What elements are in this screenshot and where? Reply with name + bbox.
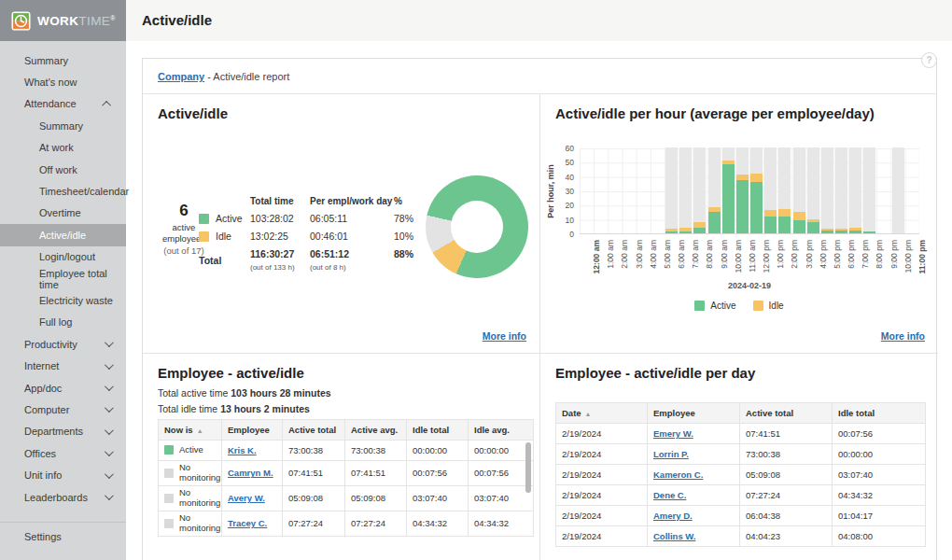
sidebar-item-label: Internet — [24, 360, 59, 371]
x-tick-label: 9:00 am — [720, 240, 729, 283]
chevron-down-icon — [105, 491, 114, 500]
sidebar-item-unit-info[interactable]: Unit info — [0, 464, 126, 485]
status-swatch — [164, 445, 174, 455]
sidebar-item-summary[interactable]: Summary — [0, 49, 126, 71]
col-active-total[interactable]: Active total — [740, 403, 833, 424]
employee-table-body: ActiveKris K.73:00:3873:00:3800:00:0000:… — [159, 441, 534, 537]
table-row: No monitoringAvery W.05:09:0805:09:0803:… — [159, 485, 534, 511]
active-bar — [665, 231, 678, 233]
help-icon[interactable]: ? — [921, 52, 937, 68]
sidebar-item-departments[interactable]: Departments — [0, 421, 126, 442]
sidebar-item-productivity[interactable]: Productivity — [0, 333, 126, 355]
sidebar-item-summary[interactable]: Summary — [0, 115, 126, 136]
table-row: 2/19/2024Kameron C.05:09:0803:07:40 — [556, 465, 926, 485]
x-tick-label: 10:00 pm — [903, 240, 913, 283]
employee-link[interactable]: Dene C. — [653, 490, 686, 500]
y-tick-label: 40 — [546, 173, 574, 182]
chart-legend: Active Idle — [540, 301, 938, 311]
sidebar-item-login-logout[interactable]: Login/logout — [0, 246, 126, 268]
y-tick-label: 30 — [546, 187, 574, 196]
sidebar-item-active-idle[interactable]: Active/idle — [0, 224, 126, 245]
col-idle-avg[interactable]: Idle avg. — [469, 420, 534, 441]
active-bar — [693, 228, 706, 233]
per-day-title: Employee - active/idle per day — [555, 365, 755, 381]
sidebar-item-what-s-now[interactable]: What's now — [0, 71, 126, 92]
sidebar-item-full-log[interactable]: Full log — [0, 312, 126, 333]
work-hour-highlight — [835, 147, 847, 233]
sidebar-item-overtime[interactable]: Overtime — [0, 203, 126, 224]
total-active-line: Total active time 103 hours 28 minutes — [158, 387, 331, 399]
employee-link[interactable]: Camryn M. — [228, 468, 273, 478]
per-day-table-body: 2/19/2024Emery W.07:41:5100:07:562/19/20… — [556, 424, 926, 547]
work-hour-highlight — [863, 147, 875, 233]
sidebar-item-label: Summary — [24, 55, 68, 66]
employee-link[interactable]: Amery D. — [653, 511, 693, 521]
sidebar-item-label: Full log — [39, 316, 72, 328]
legend-idle-swatch — [753, 301, 763, 311]
x-tick-label: 12:00 pm — [762, 240, 771, 283]
sidebar-item-label: Overtime — [39, 207, 81, 218]
settings-label: Settings — [24, 531, 62, 542]
idle-bar — [821, 229, 833, 231]
sidebar-item-label: At work — [39, 142, 74, 153]
x-tick-label: 10:00 am — [734, 240, 743, 283]
col-employee[interactable]: Employee — [648, 403, 740, 424]
more-info-link[interactable]: More info — [881, 330, 925, 342]
company-link[interactable]: Company — [158, 71, 204, 82]
x-tick-label: 3:00 am — [635, 240, 644, 283]
table-row: No monitoringCamryn M.07:41:5107:41:5100… — [159, 461, 534, 486]
x-tick-label: 5:00 am — [663, 240, 672, 283]
sidebar-item-at-work[interactable]: At work — [0, 137, 126, 159]
x-tick-label: 8:00 pm — [875, 240, 884, 283]
employee-link[interactable]: Lorrin P. — [653, 449, 689, 459]
sidebar-item-label: Productivity — [24, 339, 77, 350]
employee-link[interactable]: Kris K. — [228, 445, 257, 455]
chevron-down-icon — [105, 447, 114, 456]
col-active-avg[interactable]: Active avg. — [345, 420, 407, 441]
employee-link[interactable]: Tracey C. — [228, 518, 267, 528]
col-date[interactable]: Date▲ — [556, 403, 648, 424]
sidebar-item-internet[interactable]: Internet — [0, 355, 126, 376]
sidebar-nav: SummaryWhat's nowAttendanceSummaryAt wor… — [0, 41, 126, 508]
table-row: 2/19/2024Lorrin P.73:00:3800:00:00 — [556, 444, 926, 465]
x-tick-label: 1:00 am — [606, 240, 615, 283]
sidebar-item-label: Active/idle — [39, 230, 86, 241]
y-tick-label: 10 — [546, 216, 574, 225]
sidebar-item-electricity-waste[interactable]: Electricity waste — [0, 289, 126, 311]
sidebar-item-app-doc[interactable]: App/doc — [0, 377, 126, 399]
employee-link[interactable]: Avery W. — [228, 493, 265, 503]
employee-link[interactable]: Emery W. — [653, 428, 693, 439]
sidebar-item-attendance[interactable]: Attendance — [0, 93, 126, 115]
idle-bar — [679, 228, 692, 232]
idle-bar — [764, 210, 777, 216]
col-idle-total[interactable]: Idle total — [833, 403, 926, 424]
idle-bar — [793, 212, 805, 220]
employee-link[interactable]: Collins W. — [653, 531, 695, 541]
chevron-down-icon — [105, 338, 114, 347]
sidebar-item-computer[interactable]: Computer — [0, 399, 126, 420]
work-hour-highlight — [679, 147, 692, 233]
sidebar-item-label: Summary — [39, 120, 83, 132]
table-row: 2/19/2024Collins W.04:04:2304:08:00 — [556, 526, 926, 547]
sidebar-item-offices[interactable]: Offices — [0, 442, 126, 464]
sidebar-item-settings[interactable]: Settings — [0, 522, 126, 550]
employee-link[interactable]: Kameron C. — [653, 469, 703, 480]
sidebar-item-employee-total-time[interactable]: Employee total time — [0, 268, 126, 289]
col-now-is[interactable]: Now is▲ — [159, 420, 222, 441]
active-idle-stats-table: Total time Per empl/work day % Active 10… — [199, 192, 427, 276]
sidebar-item-label: App/doc — [24, 383, 62, 394]
more-info-link[interactable]: More info — [483, 330, 526, 342]
table-scrollbar-thumb[interactable] — [525, 442, 531, 493]
sidebar-item-leaderboards[interactable]: Leaderboards — [0, 486, 126, 508]
active-bar — [750, 182, 763, 233]
x-tick-label: 12:00 am — [592, 240, 601, 283]
active-swatch — [199, 214, 209, 224]
sidebar-item-timesheet-calendar[interactable]: Timesheet/calendar — [0, 180, 126, 202]
idle-bar — [665, 229, 678, 231]
col-idle-total[interactable]: Idle total — [407, 420, 469, 441]
col-active-total[interactable]: Active total — [283, 420, 345, 441]
x-tick-label: 7:00 pm — [861, 240, 870, 283]
sidebar-item-off-work[interactable]: Off work — [0, 159, 126, 180]
app-root: WORKTIME® SummaryWhat's nowAttendanceSum… — [0, 0, 952, 560]
col-employee[interactable]: Employee — [222, 420, 283, 441]
